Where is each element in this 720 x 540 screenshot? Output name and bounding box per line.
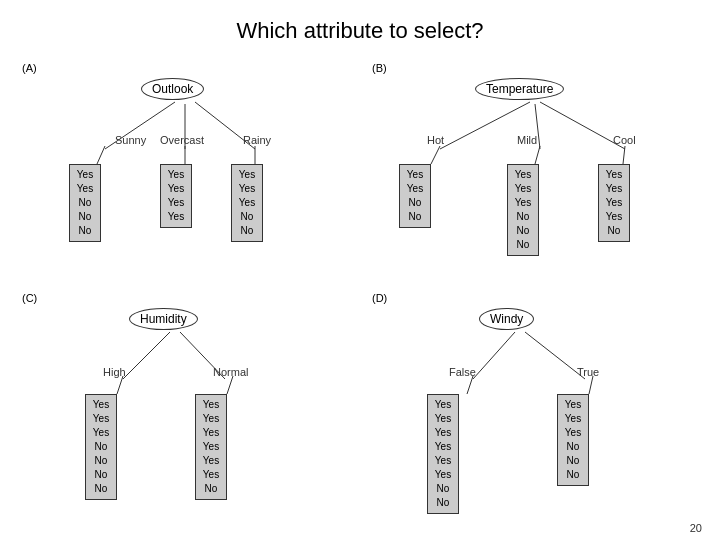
leaf-D-true: YesYesYesNoNoNo bbox=[557, 394, 589, 486]
svg-text:Sunny: Sunny bbox=[115, 134, 147, 146]
svg-line-22 bbox=[117, 376, 123, 394]
svg-line-24 bbox=[473, 332, 515, 379]
svg-text:Mild: Mild bbox=[517, 134, 537, 146]
svg-line-25 bbox=[525, 332, 585, 379]
node-windy: Windy bbox=[479, 308, 534, 330]
svg-line-18 bbox=[123, 332, 170, 379]
svg-text:Normal: Normal bbox=[213, 366, 248, 378]
node-temperature: Temperature bbox=[475, 78, 564, 100]
svg-line-15 bbox=[431, 146, 440, 164]
leaf-C-high: YesYesYesNoNoNoNo bbox=[85, 394, 117, 500]
svg-line-23 bbox=[227, 376, 233, 394]
svg-text:High: High bbox=[103, 366, 126, 378]
diagram-C-label: (C) bbox=[22, 292, 37, 304]
leaf-B-mild: YesYesYesNoNoNo bbox=[507, 164, 539, 256]
diagram-B: (B) Hot Mild Cool Temperature YesYesNoNo… bbox=[360, 54, 710, 284]
leaf-A-overcast: YesYesYesYes bbox=[160, 164, 192, 228]
leaf-D-false: YesYesYesYesYesYesNoNo bbox=[427, 394, 459, 514]
leaf-B-hot: YesYesNoNo bbox=[399, 164, 431, 228]
svg-text:Cool: Cool bbox=[613, 134, 636, 146]
diagram-C: (C) High Normal Humidity YesYesYesNoNoNo… bbox=[10, 284, 360, 514]
node-humidity: Humidity bbox=[129, 308, 198, 330]
svg-text:False: False bbox=[449, 366, 476, 378]
svg-line-6 bbox=[97, 146, 105, 164]
diagram-D: (D) False True Windy YesYesYesYesYesYesN… bbox=[360, 284, 710, 514]
leaf-A-rainy: YesYesYesNoNo bbox=[231, 164, 263, 242]
svg-text:Rainy: Rainy bbox=[243, 134, 272, 146]
page-title: Which attribute to select? bbox=[0, 0, 720, 54]
leaf-C-normal: YesYesYesYesYesYesNo bbox=[195, 394, 227, 500]
svg-text:Hot: Hot bbox=[427, 134, 444, 146]
leaf-A-sunny: YesYesNoNoNo bbox=[69, 164, 101, 242]
node-outlook: Outlook bbox=[141, 78, 204, 100]
svg-line-16 bbox=[535, 146, 540, 164]
page-number: 20 bbox=[690, 522, 702, 534]
svg-text:Overcast: Overcast bbox=[160, 134, 204, 146]
svg-line-29 bbox=[589, 376, 593, 394]
svg-line-28 bbox=[467, 376, 473, 394]
diagrams-container: (A) Sunny Overcast Rainy Ou bbox=[10, 54, 710, 514]
diagram-A: (A) Sunny Overcast Rainy Ou bbox=[10, 54, 360, 284]
diagram-D-label: (D) bbox=[372, 292, 387, 304]
diagram-A-label: (A) bbox=[22, 62, 37, 74]
svg-text:True: True bbox=[577, 366, 599, 378]
leaf-B-cool: YesYesYesYesNo bbox=[598, 164, 630, 242]
